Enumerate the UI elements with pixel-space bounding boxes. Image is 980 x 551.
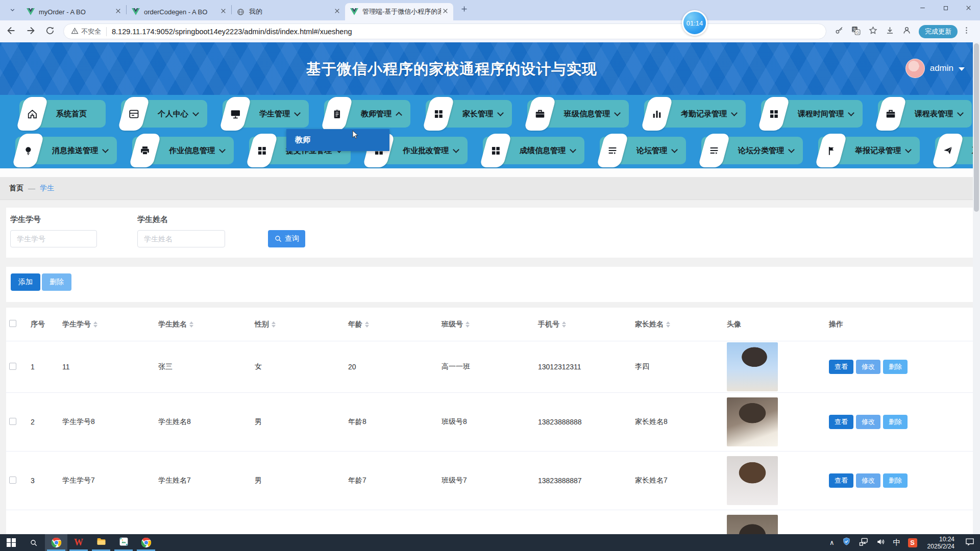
main-navigation: 系统首页 个人中心 学生管理 教师管理 家长管理 班级信息管理 考勤记录管理 课… — [0, 95, 980, 168]
tray-expand-button[interactable]: ∧ — [829, 539, 835, 546]
row-checkbox[interactable] — [9, 477, 16, 484]
taskbar-search-button[interactable] — [22, 534, 45, 551]
sort-control[interactable] — [93, 321, 97, 328]
sogou-input-icon[interactable]: S — [908, 538, 917, 547]
sort-control[interactable] — [365, 321, 369, 328]
back-button[interactable] — [3, 23, 19, 40]
breadcrumb-current[interactable]: 学生 — [40, 184, 54, 193]
view-button[interactable]: 查看 — [829, 360, 853, 374]
scrollbar-thumb[interactable] — [974, 43, 979, 212]
row-checkbox[interactable] — [9, 418, 16, 425]
chevron-down-icon — [192, 110, 199, 116]
svg-text:G: G — [856, 30, 859, 34]
browser-tab-3[interactable]: 我的 — [232, 3, 345, 20]
action-center-button[interactable] — [965, 537, 975, 549]
bookmark-button[interactable] — [866, 25, 879, 38]
taskbar-chrome-active[interactable] — [45, 534, 67, 551]
row-delete-button[interactable]: 删除 — [883, 360, 908, 374]
nav-item-report-record-mgmt[interactable]: 举报记录管理 — [818, 137, 920, 164]
admin-menu[interactable]: admin — [905, 59, 965, 78]
taskbar-file-explorer[interactable] — [90, 534, 112, 551]
view-button[interactable]: 查看 — [829, 415, 853, 429]
window-minimize-button[interactable] — [911, 0, 934, 17]
breadcrumb: 首页 — 学生 — [0, 177, 980, 200]
chevron-down-icon — [957, 110, 964, 116]
nav-item-teacher-mgmt[interactable]: 教师管理 — [324, 100, 410, 128]
nav-item-timetable-mgmt[interactable]: 课程表管理 — [878, 100, 972, 128]
sort-control[interactable] — [272, 321, 276, 328]
row-delete-button[interactable]: 删除 — [883, 473, 908, 488]
nav-item-forum-mgmt[interactable]: 论坛管理 — [600, 137, 686, 164]
nav-item-course-time-mgmt[interactable]: 课程时间管理 — [761, 100, 863, 128]
sort-control[interactable] — [189, 321, 193, 328]
nav-item-home[interactable]: 系统首页 — [19, 100, 106, 128]
network-icon[interactable] — [859, 537, 869, 549]
password-key-button[interactable] — [832, 25, 846, 38]
reload-button[interactable] — [42, 23, 58, 40]
browser-tab-1[interactable]: myOrder - A BO — [21, 3, 126, 20]
row-delete-button[interactable]: 删除 — [883, 415, 908, 429]
nav-item-attendance-mgmt[interactable]: 考勤记录管理 — [644, 100, 746, 128]
recording-timer-badge[interactable]: 01:14 — [682, 10, 707, 36]
antivirus-shield-icon[interactable] — [842, 537, 851, 548]
site-security-chip[interactable]: 不安全 — [71, 27, 107, 36]
submenu-item-teacher[interactable]: 教师 — [286, 135, 310, 145]
taskbar-screenshot-tool[interactable] — [112, 534, 135, 551]
nav-row-1: 系统首页 个人中心 学生管理 教师管理 家长管理 班级信息管理 考勤记录管理 课… — [19, 100, 980, 128]
nav-item-forum-category-mgmt[interactable]: 论坛分类管理 — [701, 137, 803, 164]
browser-menu-button[interactable] — [962, 25, 970, 38]
breadcrumb-home[interactable]: 首页 — [9, 184, 23, 193]
student-id-input[interactable] — [10, 230, 97, 247]
window-close-button[interactable] — [957, 0, 980, 17]
nav-item-class-info-mgmt[interactable]: 班级信息管理 — [527, 100, 629, 128]
forward-button[interactable] — [22, 23, 39, 40]
edit-button[interactable]: 修改 — [856, 415, 880, 429]
breadcrumb-separator: — — [28, 184, 35, 192]
tab-close-icon[interactable] — [219, 8, 227, 16]
page-scrollbar[interactable] — [973, 42, 980, 534]
taskbar-wps[interactable]: W — [67, 534, 90, 551]
nav-item-personal-center[interactable]: 个人中心 — [121, 100, 207, 128]
nav-item-grade-info-mgmt[interactable]: 成绩信息管理 — [483, 137, 584, 164]
browser-tab-active[interactable]: 管理端-基于微信小程序的家校 — [345, 3, 453, 20]
sort-control[interactable] — [666, 321, 670, 328]
downloads-button[interactable] — [883, 25, 896, 38]
nav-item-homework-info-mgmt[interactable]: 作业信息管理 — [132, 137, 234, 164]
student-avatar — [727, 515, 778, 534]
chevron-down-icon — [731, 110, 738, 116]
browser-tab-2[interactable]: orderCodegen - A BO — [127, 3, 231, 20]
address-bar[interactable]: 不安全 8.129.11.174:9052/springboot14ey2223… — [63, 23, 826, 39]
delete-button[interactable]: 删除 — [42, 273, 71, 291]
student-name-input[interactable] — [137, 230, 225, 247]
tab-close-icon[interactable] — [333, 8, 341, 16]
new-tab-button[interactable] — [457, 4, 471, 17]
add-button[interactable]: 添加 — [11, 273, 40, 291]
taskbar-clock[interactable]: 10:24 2025/2/24 — [927, 536, 954, 550]
select-all-checkbox[interactable] — [9, 320, 16, 327]
security-label: 不安全 — [81, 27, 101, 36]
search-button[interactable]: 查询 — [268, 230, 305, 247]
tab-search-button[interactable] — [5, 4, 19, 18]
forward-icon — [25, 25, 36, 38]
browser-update-button[interactable]: 完成更新 — [919, 25, 958, 38]
translate-button[interactable]: 文G — [849, 25, 863, 38]
start-button[interactable] — [0, 534, 22, 551]
tab-close-icon[interactable] — [114, 8, 122, 16]
tab-close-icon[interactable] — [441, 8, 449, 16]
sort-control[interactable] — [562, 321, 566, 328]
nav-item-message-push-mgmt[interactable]: 消息推送管理 — [15, 137, 117, 164]
profile-button[interactable] — [900, 25, 913, 38]
edit-button[interactable]: 修改 — [856, 473, 880, 488]
system-tray: ∧ 中 S 10:24 2025/2/24 — [829, 536, 980, 550]
edit-button[interactable]: 修改 — [856, 360, 880, 374]
taskbar-chrome-2[interactable] — [135, 534, 157, 551]
row-checkbox[interactable] — [9, 363, 16, 370]
chevron-down-icon — [848, 110, 854, 116]
nav-item-student-mgmt[interactable]: 学生管理 — [223, 100, 309, 128]
nav-item-parent-mgmt[interactable]: 家长管理 — [426, 100, 512, 128]
window-maximize-button[interactable] — [934, 0, 957, 17]
sort-control[interactable] — [465, 321, 470, 328]
view-button[interactable]: 查看 — [829, 473, 853, 488]
volume-icon[interactable] — [876, 537, 886, 549]
input-method-indicator[interactable]: 中 — [893, 538, 901, 547]
